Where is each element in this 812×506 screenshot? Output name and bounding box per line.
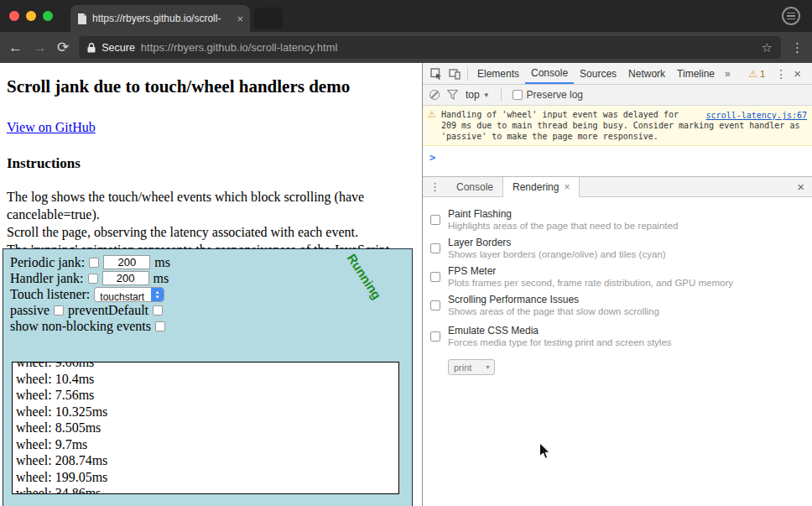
minimize-window-button[interactable] [26, 11, 36, 21]
inspect-element-icon[interactable] [427, 65, 445, 83]
log-line: wheel: 34.86ms [16, 485, 395, 494]
clear-console-icon[interactable] [429, 90, 440, 100]
touch-listener-label: Touch listener: [10, 286, 90, 302]
reload-button[interactable]: ⟳ [57, 40, 69, 55]
handler-jank-input[interactable] [102, 271, 149, 285]
drawer-tabbar: ⋮ Console Rendering × × [423, 176, 812, 197]
fps-meter-checkbox[interactable] [430, 272, 440, 282]
more-tabs-icon[interactable]: » [721, 68, 735, 80]
option-description: Highlights areas of the page that need t… [448, 220, 678, 232]
paint-flashing-checkbox[interactable] [430, 215, 440, 225]
device-toolbar-icon[interactable] [445, 65, 464, 83]
passive-checkbox[interactable] [54, 305, 64, 316]
chevron-down-icon: ▼ [483, 91, 490, 99]
console-prompt-chevron[interactable]: > [423, 146, 812, 164]
back-button[interactable]: ← [8, 40, 23, 55]
source-link[interactable]: scroll-latency.js:67 [703, 110, 807, 121]
option-description: Shows layer borders (orange/olive) and t… [448, 248, 666, 260]
event-log: wheel: 9.06ms wheel: 10.4ms wheel: 7.56m… [12, 362, 399, 494]
rendering-option: FPS Meter Plots frames per second, frame… [430, 265, 812, 289]
periodic-jank-label: Periodic jank: [10, 254, 85, 270]
close-window-button[interactable] [9, 11, 19, 21]
instructions-line: Scroll the page, observing the latency a… [7, 223, 415, 241]
touch-listener-value: touchstart [95, 288, 151, 301]
periodic-jank-checkbox[interactable] [89, 258, 99, 268]
instructions-heading: Instructions [7, 155, 415, 172]
handler-jank-label: Handler jank: [10, 270, 84, 286]
tab-sources[interactable]: Sources [574, 63, 622, 84]
url-text: https://rbyers.github.io/scroll-latency.… [141, 41, 756, 54]
tab-strip: https://rbyers.github.io/scroll- × [0, 0, 812, 32]
devtools-close-icon[interactable]: × [792, 66, 808, 81]
devtools-panel: Elements Console Sources Network Timelin… [422, 63, 812, 506]
tab-elements[interactable]: Elements [471, 63, 525, 84]
browser-toolbar: ← → ⟳ Secure https://rbyers.github.io/sc… [0, 32, 812, 63]
log-line: wheel: 199.05ms [16, 469, 395, 486]
option-label: FPS Meter [448, 265, 733, 277]
nonblocking-checkbox[interactable] [155, 321, 165, 331]
handler-jank-checkbox[interactable] [88, 274, 98, 284]
instructions-line: cancelable=true). [7, 206, 415, 223]
warning-triangle-icon: ⚠ [428, 109, 436, 120]
new-tab-button[interactable] [254, 8, 283, 29]
browser-menu-icon[interactable]: ⋮ [791, 40, 804, 55]
select-stepper-icon: ▲▼ [151, 288, 164, 301]
preserve-log-control[interactable]: Preserve log [513, 89, 583, 101]
tab-close-icon[interactable]: × [237, 13, 243, 24]
touch-listener-select[interactable]: touchstart ▲▼ [94, 287, 164, 302]
lock-icon [87, 43, 96, 53]
execution-context-select[interactable]: top ▼ [466, 89, 490, 101]
filter-icon[interactable] [447, 90, 458, 100]
option-label: Emulate CSS Media [448, 325, 672, 336]
drawer-close-icon[interactable]: × [789, 180, 812, 194]
rendering-pane: Paint Flashing Highlights areas of the p… [423, 197, 812, 506]
log-line: wheel: 9.06ms [16, 362, 395, 371]
divider [501, 88, 502, 102]
close-rendering-tab-icon[interactable]: × [564, 181, 570, 193]
tab-network[interactable]: Network [622, 63, 671, 84]
browser-tab[interactable]: https://rbyers.github.io/scroll- × [70, 5, 250, 32]
page-favicon-icon [77, 13, 87, 24]
rendering-option: Emulate CSS Media Forces media type for … [430, 325, 812, 348]
css-media-select[interactable]: print ▼ [448, 359, 495, 375]
drawer-tab-rendering[interactable]: Rendering × [502, 177, 580, 197]
warning-triangle-icon: ⚠ [748, 68, 757, 80]
chevron-down-icon: ▼ [485, 364, 491, 370]
console-toolbar: top ▼ Preserve log [423, 85, 812, 106]
rendering-option: Paint Flashing Highlights areas of the p… [430, 208, 812, 232]
preserve-log-checkbox[interactable] [513, 90, 523, 100]
warning-count-badge[interactable]: ⚠ 1 [743, 68, 770, 80]
address-bar[interactable]: Secure https://rbyers.github.io/scroll-l… [79, 36, 781, 59]
tab-console[interactable]: Console [525, 63, 574, 84]
log-line: wheel: 10.4ms [16, 371, 395, 388]
periodic-jank-input[interactable] [103, 255, 150, 269]
drawer-tab-console[interactable]: Console [447, 177, 502, 197]
window-controls [9, 11, 53, 21]
periodic-jank-unit: ms [154, 254, 170, 270]
log-line: wheel: 208.74ms [16, 452, 395, 469]
demo-controls-panel: Periodic jank: ms Handler jank: ms Touch… [3, 248, 413, 506]
layer-borders-checkbox[interactable] [430, 243, 440, 253]
tab-title: https://rbyers.github.io/scroll- [92, 13, 232, 24]
drawer-menu-icon[interactable]: ⋮ [423, 180, 447, 193]
option-description: Shows areas of the page that slow down s… [448, 305, 659, 317]
devtools-tabbar: Elements Console Sources Network Timelin… [423, 63, 812, 85]
option-description: Plots frames per second, frame rate dist… [448, 277, 733, 289]
option-label: Scrolling Performance Issues [448, 294, 659, 305]
zoom-window-button[interactable] [43, 11, 53, 21]
console-warning-message: ⚠ scroll-latency.js:67 Handling of 'whee… [423, 106, 812, 146]
emulate-css-media-checkbox[interactable] [430, 331, 440, 342]
tab-overview-button[interactable] [782, 7, 800, 25]
forward-button[interactable]: → [33, 40, 47, 55]
instructions-line: The log shows the touch/wheel events whi… [7, 188, 415, 206]
bookmark-star-icon[interactable]: ☆ [762, 40, 773, 55]
prevent-default-checkbox[interactable] [153, 305, 163, 316]
log-line: wheel: 8.505ms [16, 420, 395, 436]
github-link[interactable]: View on GitHub [7, 120, 96, 135]
secure-label: Secure [102, 42, 135, 54]
scrolling-performance-checkbox[interactable] [430, 300, 440, 310]
devtools-menu-icon[interactable]: ⋮ [770, 67, 792, 81]
divider [467, 67, 468, 81]
handler-jank-unit: ms [154, 270, 169, 286]
tab-timeline[interactable]: Timeline [671, 63, 721, 84]
